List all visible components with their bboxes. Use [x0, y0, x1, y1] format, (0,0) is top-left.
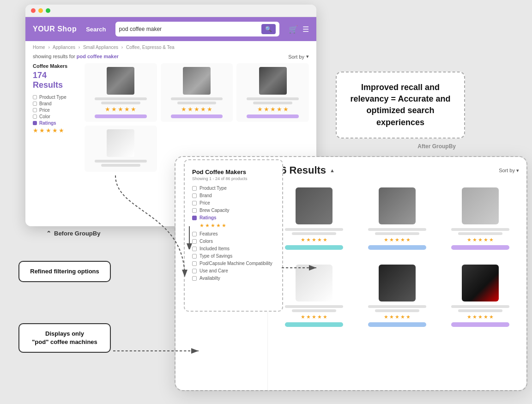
after-stars-3: ★★★★★: [446, 237, 514, 243]
filter-checkbox-product-type: [33, 95, 37, 99]
product-card-2[interactable]: ★★★★★: [161, 63, 233, 122]
product-subtitle-line-3: [253, 102, 292, 104]
improved-recall-text: Improved recall and relevancy = Accurate…: [351, 83, 451, 127]
filter-item-brand[interactable]: Brand: [33, 101, 79, 106]
after-subtitle-1: [292, 232, 336, 235]
filter-checkbox-color: [33, 115, 37, 119]
product-btn-1[interactable]: [95, 115, 147, 118]
after-btn-4[interactable]: [285, 322, 343, 327]
after-subtitle-5: [375, 309, 419, 312]
product-image-1: [107, 67, 134, 95]
after-sort[interactable]: Sort by ▾: [499, 168, 519, 174]
displays-only-annotation: Displays only"pod" coffee machines: [18, 323, 111, 353]
filter-item-ratings[interactable]: Ratings: [33, 121, 79, 126]
star-2: ★: [39, 127, 45, 134]
product-stars-1: ★★★★★: [88, 106, 153, 113]
product-stars-3: ★★★★★: [240, 106, 305, 113]
filter-checkbox-brand: [33, 102, 37, 106]
filter-item-color[interactable]: Color: [33, 114, 79, 119]
product-subtitle-line-2: [177, 102, 216, 104]
after-title-4: [285, 305, 343, 308]
shop-logo: YOUR Shop: [33, 25, 77, 33]
after-panel: 86 Results ▲ Sort by ▾ ★★★★★: [175, 157, 526, 390]
product-title-line-2: [171, 97, 223, 100]
star-3: ★: [46, 127, 51, 134]
after-title-3: [451, 228, 509, 231]
after-product-image-2: [379, 187, 416, 224]
product-subtitle-line-1: [101, 102, 140, 104]
refined-filtering-annotation: Refined filtering options: [18, 261, 111, 282]
after-title-1: [285, 228, 343, 231]
filter-item-price[interactable]: Price: [33, 108, 79, 113]
after-product-grid: ★★★★★ ★★★★★: [275, 183, 519, 332]
after-btn-5[interactable]: [368, 322, 426, 327]
after-product-card-5[interactable]: ★★★★★: [358, 260, 436, 332]
browser-dot-yellow: [38, 8, 43, 13]
search-bar: 🔍: [115, 22, 279, 36]
after-stars-2: ★★★★★: [363, 237, 431, 243]
product-btn-3[interactable]: [247, 115, 299, 118]
product-image-2: [183, 67, 211, 95]
after-product-card-2[interactable]: ★★★★★: [358, 183, 436, 254]
sort-chevron-icon[interactable]: ▾: [306, 54, 309, 60]
sidebar-filters: Coffee Makers 174 Results Product Type B…: [33, 63, 79, 172]
cart-icon[interactable]: 🛒: [289, 25, 298, 34]
refined-filtering-text: Refined filtering options: [30, 268, 99, 275]
menu-icon[interactable]: ☰: [302, 25, 309, 34]
before-chevron-icon: ⌃: [46, 230, 51, 237]
product-btn-2[interactable]: [171, 115, 223, 118]
after-sort-label: Sort by: [499, 168, 515, 173]
after-sidebar-space: [175, 157, 268, 390]
product-subtitle-line-4: [101, 164, 140, 167]
filter-item-product-type[interactable]: Product Type: [33, 95, 79, 100]
product-image-3: [259, 67, 287, 95]
after-inner-layout: 86 Results ▲ Sort by ▾ ★★★★★: [175, 157, 526, 390]
after-subtitle-2: [375, 232, 419, 235]
after-stars-1: ★★★★★: [280, 237, 348, 243]
after-btn-2[interactable]: [368, 245, 426, 250]
product-image-4: [107, 129, 134, 157]
after-product-card-4[interactable]: ★★★★★: [275, 260, 353, 332]
after-product-image-1: [296, 187, 332, 224]
after-main: 86 Results ▲ Sort by ▾ ★★★★★: [268, 157, 526, 390]
sort-label: Sort by: [288, 54, 304, 60]
after-product-card-6[interactable]: ★★★★★: [441, 260, 519, 332]
after-groupby-label: After GroupBy: [417, 143, 456, 150]
product-card-3[interactable]: ★★★★★: [236, 63, 309, 122]
after-results-arrow-icon: ▲: [330, 168, 335, 173]
after-sort-chevron-icon: ▾: [516, 168, 519, 174]
after-btn-3[interactable]: [451, 245, 509, 250]
after-product-card-3[interactable]: ★★★★★: [441, 183, 519, 254]
search-button[interactable]: 🔍: [261, 24, 276, 34]
before-product-grid: ★★★★★ ★★★★★: [85, 63, 309, 172]
search-input[interactable]: [119, 26, 259, 32]
after-stars-5: ★★★★★: [363, 314, 431, 320]
before-label-text: Before GroupBy: [54, 230, 100, 237]
nav-search-link[interactable]: Search: [86, 26, 106, 33]
content-layout: Coffee Makers 174 Results Product Type B…: [33, 63, 309, 172]
after-results-count-row: 86 Results ▲: [275, 164, 335, 176]
browser-dot-green: [46, 8, 50, 13]
product-card-1[interactable]: ★★★★★: [85, 63, 157, 122]
after-btn-6[interactable]: [451, 322, 509, 327]
after-btn-1[interactable]: [285, 245, 343, 250]
after-stars-6: ★★★★★: [446, 314, 514, 320]
product-card-4[interactable]: [85, 126, 157, 172]
after-product-image-4: [296, 265, 332, 301]
after-subtitle-4: [292, 309, 336, 312]
after-subtitle-6: [458, 309, 502, 312]
star-1: ★: [33, 127, 38, 134]
breadcrumb: Home › Appliances › Small Appliances › C…: [25, 41, 316, 54]
after-results-count: 86 Results: [275, 164, 326, 176]
after-product-image-5: [379, 265, 416, 301]
shop-header: YOUR Shop Search 🔍 🛒 ☰: [25, 17, 316, 41]
filter-checkbox-price: [33, 108, 37, 112]
product-title-line-3: [247, 97, 299, 100]
after-title-2: [368, 228, 426, 231]
star-5: ★: [59, 127, 64, 134]
after-title-6: [451, 305, 509, 308]
after-product-card-1[interactable]: ★★★★★: [275, 183, 353, 254]
filter-results-count: 174 Results: [33, 71, 79, 90]
after-title-5: [368, 305, 426, 308]
browser-chrome: [25, 5, 316, 17]
